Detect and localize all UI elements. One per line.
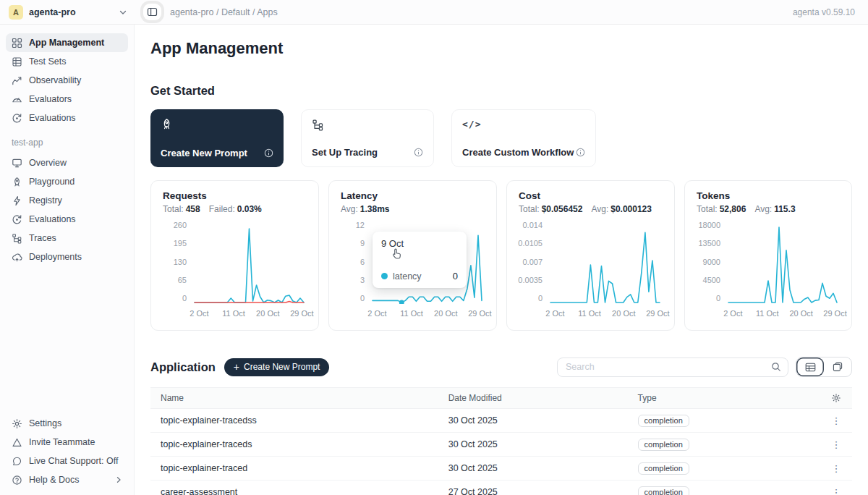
row-menu-button[interactable]: ⋮ bbox=[827, 438, 846, 452]
x-tick-label: 2 Oct bbox=[545, 309, 564, 318]
gear-icon bbox=[831, 393, 841, 403]
branch-icon bbox=[12, 233, 22, 244]
sidebar-item-playground[interactable]: Playground bbox=[6, 172, 128, 191]
column-header-type[interactable]: Type bbox=[628, 393, 820, 403]
plus-icon: + bbox=[234, 362, 239, 372]
app-type-tag: completion bbox=[638, 486, 689, 495]
app-type-tag: completion bbox=[638, 462, 689, 475]
y-axis-labels: 129630 bbox=[341, 223, 371, 304]
code-icon: </> bbox=[462, 119, 585, 130]
breadcrumb[interactable]: agenta-pro / Default / Apps bbox=[170, 7, 278, 17]
chart-stats: Total:458 Failed:0.03% bbox=[163, 204, 307, 214]
tokens-chart-card: Tokens Total:52,806 Avg:115.3 1800013500… bbox=[684, 180, 852, 331]
chevron-right-icon bbox=[115, 476, 122, 483]
sidebar-item-app-management[interactable]: App Management bbox=[6, 33, 128, 52]
y-axis-labels: 0.0140.01050.0070.00350 bbox=[519, 223, 549, 304]
y-tick-label: 12 bbox=[356, 221, 365, 229]
table-row[interactable]: topic-explainer-traceds30 Oct 2025comple… bbox=[150, 433, 852, 457]
y-tick-label: 0.0035 bbox=[518, 276, 542, 284]
search-icon[interactable] bbox=[771, 362, 781, 372]
view-toggle bbox=[796, 357, 852, 377]
sidebar-item-settings[interactable]: Settings bbox=[6, 414, 128, 433]
y-tick-label: 6 bbox=[360, 258, 365, 266]
sidebar-item-help-docs[interactable]: Help & Docs bbox=[6, 470, 128, 489]
y-tick-label: 9 bbox=[360, 240, 365, 248]
x-tick-label: 11 Oct bbox=[578, 309, 601, 318]
sidebar-item-label: Evaluations bbox=[29, 113, 76, 123]
chart-title: Latency bbox=[341, 190, 485, 201]
column-header-date-modified[interactable]: Date Modified bbox=[438, 393, 628, 403]
create-new-prompt-card[interactable]: Create New Prompt bbox=[150, 109, 284, 167]
chart-tooltip: 9 Oct latency 0 bbox=[373, 232, 467, 288]
sidebar-item-evaluations[interactable]: Evaluations bbox=[6, 109, 128, 127]
sidebar-toggle-button[interactable] bbox=[143, 4, 161, 20]
sidebar-item-registry[interactable]: Registry bbox=[6, 191, 128, 210]
app-date-modified: 30 Oct 2025 bbox=[438, 463, 628, 473]
info-icon[interactable] bbox=[414, 148, 423, 157]
monitor-icon bbox=[12, 158, 22, 169]
card-label: Create Custom Workflow bbox=[462, 147, 574, 158]
table-row[interactable]: career-assessment27 Oct 2025completion⋮ bbox=[150, 481, 852, 495]
sidebar-item-evaluations-project[interactable]: Evaluations bbox=[6, 210, 128, 229]
sidebar-item-traces[interactable]: Traces bbox=[6, 229, 128, 248]
x-tick-label: 29 Oct bbox=[646, 309, 669, 318]
chart-stats: Avg:1.38ms bbox=[341, 204, 485, 214]
card-view-button[interactable] bbox=[824, 358, 851, 376]
x-tick-label: 11 Oct bbox=[222, 309, 245, 318]
chart-plot bbox=[727, 223, 840, 304]
y-tick-label: 0.0105 bbox=[518, 240, 542, 248]
info-icon[interactable] bbox=[264, 148, 273, 158]
y-tick-label: 65 bbox=[178, 276, 187, 284]
sidebar-item-label: Evaluators bbox=[29, 94, 72, 104]
row-menu-button[interactable]: ⋮ bbox=[827, 486, 846, 495]
table-view-icon bbox=[805, 363, 816, 372]
refresh-circle-icon bbox=[12, 113, 22, 124]
y-tick-label: 4500 bbox=[703, 276, 720, 284]
y-axis-labels: 260195130650 bbox=[163, 223, 193, 304]
workspace-switcher[interactable]: A agenta-pro bbox=[0, 0, 135, 24]
table-view-button[interactable] bbox=[796, 358, 824, 376]
column-header-name[interactable]: Name bbox=[150, 393, 438, 403]
create-new-prompt-button[interactable]: + Create New Prompt bbox=[224, 358, 330, 376]
sidebar-item-observability[interactable]: Observability bbox=[6, 71, 128, 90]
row-menu-button[interactable]: ⋮ bbox=[827, 414, 846, 428]
create-custom-workflow-card[interactable]: </> Create Custom Workflow bbox=[451, 109, 596, 167]
x-tick-label: 29 Oct bbox=[290, 309, 313, 318]
chevron-down-icon[interactable] bbox=[119, 8, 127, 17]
y-tick-label: 0 bbox=[360, 295, 365, 302]
application-title: Application bbox=[150, 360, 216, 374]
y-tick-label: 0 bbox=[538, 295, 542, 302]
y-tick-label: 0.014 bbox=[522, 221, 542, 229]
question-circle-icon bbox=[12, 475, 22, 486]
y-tick-label: 195 bbox=[174, 240, 187, 248]
x-tick-label: 29 Oct bbox=[468, 309, 491, 318]
tooltip-series-label: latency bbox=[393, 271, 422, 282]
table-header: Name Date Modified Type bbox=[150, 387, 852, 409]
line-chart-icon bbox=[12, 75, 22, 86]
sidebar-item-test-sets[interactable]: Test Sets bbox=[6, 52, 128, 71]
search-input[interactable] bbox=[566, 362, 771, 372]
get-started-title: Get Started bbox=[150, 84, 852, 98]
sidebar-item-label: Settings bbox=[29, 418, 61, 428]
sidebar-item-live-chat-support[interactable]: Live Chat Support: Off bbox=[6, 452, 128, 470]
sidebar-item-evaluators[interactable]: Evaluators bbox=[6, 90, 128, 109]
sidebar-item-invite-teammate[interactable]: Invite Teammate bbox=[6, 433, 128, 452]
table-settings-button[interactable] bbox=[831, 393, 841, 403]
row-menu-button[interactable]: ⋮ bbox=[827, 462, 846, 475]
sidebar-item-label: Test Sets bbox=[29, 56, 66, 67]
app-name: topic-explainer-traceds bbox=[150, 439, 438, 449]
info-icon[interactable] bbox=[576, 148, 585, 157]
sidebar-item-deployments[interactable]: Deployments bbox=[6, 248, 128, 266]
sidebar-item-overview[interactable]: Overview bbox=[6, 153, 128, 172]
y-tick-label: 9000 bbox=[703, 258, 720, 266]
table-row[interactable]: topic-explainer-traced30 Oct 2025complet… bbox=[150, 457, 852, 481]
app-type-tag: completion bbox=[638, 439, 689, 451]
sidebar-item-label: Observability bbox=[29, 75, 81, 85]
create-button-label: Create New Prompt bbox=[244, 362, 320, 372]
set-up-tracing-card[interactable]: Set Up Tracing bbox=[301, 109, 434, 167]
get-started-cards: Create New Prompt Set Up Tracing bbox=[150, 109, 852, 167]
sidebar: App Management Test Sets Observability E… bbox=[0, 25, 135, 495]
x-tick-label: 29 Oct bbox=[823, 309, 846, 318]
table-row[interactable]: topic-explainer-tracedss30 Oct 2025compl… bbox=[150, 409, 852, 433]
sidebar-project-label: test-app bbox=[12, 138, 122, 148]
